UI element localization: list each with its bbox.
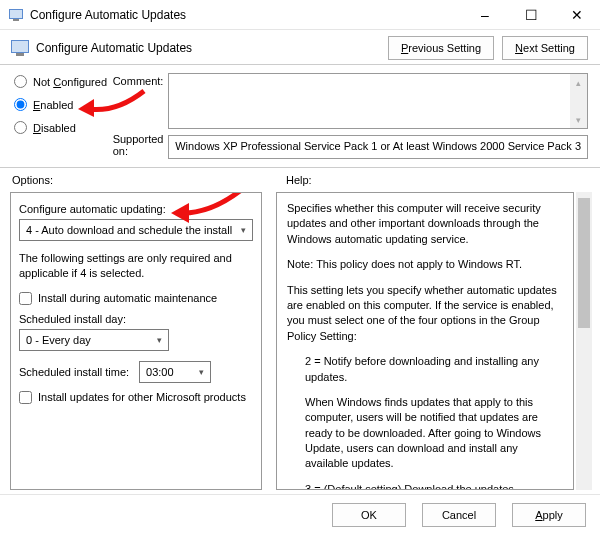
svg-rect-5 — [16, 53, 24, 56]
comment-label: Comment: — [113, 75, 169, 87]
install-day-label: Scheduled install day: — [19, 313, 253, 325]
titlebar: Configure Automatic Updates – ☐ ✕ — [0, 0, 600, 30]
radio-disabled[interactable]: Disabled — [14, 121, 113, 134]
scrollbar[interactable] — [576, 192, 592, 490]
help-text: 3 = (Default setting) Download the updat… — [287, 482, 563, 490]
state-radio-group: Not Configured Enabled Disabled — [14, 73, 113, 159]
install-time-value: 03:00 — [146, 366, 174, 378]
chk-other-ms-products[interactable]: Install updates for other Microsoft prod… — [19, 391, 253, 404]
chk-install-maintenance[interactable]: Install during automatic maintenance — [19, 292, 253, 305]
config-update-label: Configure automatic updating: — [19, 203, 253, 215]
chevron-down-icon: ▾ — [157, 335, 162, 345]
scrollbar[interactable]: ▴ ▾ — [570, 74, 587, 128]
help-text: When Windows finds updates that apply to… — [287, 395, 563, 472]
svg-rect-4 — [12, 41, 28, 52]
policy-icon — [10, 38, 30, 58]
config-update-value: 4 - Auto download and schedule the insta… — [26, 224, 232, 236]
config-area: Not Configured Enabled Disabled Comment:… — [0, 65, 600, 168]
scroll-down-icon[interactable]: ▾ — [570, 111, 587, 128]
chevron-down-icon: ▾ — [241, 225, 246, 235]
chevron-down-icon: ▾ — [199, 367, 204, 377]
cancel-button[interactable]: Cancel — [422, 503, 496, 527]
supported-on-field: Windows XP Professional Service Pack 1 o… — [168, 135, 588, 159]
close-button[interactable]: ✕ — [554, 0, 600, 30]
help-text: This setting lets you specify whether au… — [287, 283, 563, 345]
policy-title: Configure Automatic Updates — [36, 41, 380, 55]
install-time-label: Scheduled install time: — [19, 366, 129, 378]
svg-rect-2 — [13, 19, 19, 21]
supported-on-text: Windows XP Professional Service Pack 1 o… — [175, 140, 581, 152]
scroll-up-icon[interactable]: ▴ — [570, 74, 587, 91]
help-text: Note: This policy does not apply to Wind… — [287, 257, 563, 272]
policy-icon — [8, 7, 24, 23]
scrollbar-thumb[interactable] — [578, 198, 590, 328]
install-day-select[interactable]: 0 - Every day ▾ — [19, 329, 169, 351]
config-update-select[interactable]: 4 - Auto download and schedule the insta… — [19, 219, 253, 241]
options-pane: Configure automatic updating: 4 - Auto d… — [10, 192, 262, 490]
options-label: Options: — [12, 174, 258, 186]
radio-not-configured[interactable]: Not Configured — [14, 75, 113, 88]
install-time-select[interactable]: 03:00 ▾ — [139, 361, 211, 383]
panes: Configure automatic updating: 4 - Auto d… — [0, 188, 600, 494]
comment-textarea[interactable]: ▴ ▾ — [168, 73, 588, 129]
help-pane: Specifies whether this computer will rec… — [276, 192, 574, 490]
install-day-value: 0 - Every day — [26, 334, 91, 346]
footer: OK Cancel Apply — [0, 494, 600, 535]
window-title: Configure Automatic Updates — [30, 8, 462, 22]
header-row: Configure Automatic Updates Previous Set… — [0, 30, 600, 65]
help-text: Specifies whether this computer will rec… — [287, 201, 563, 247]
radio-enabled[interactable]: Enabled — [14, 98, 113, 111]
help-text: 2 = Notify before downloading and instal… — [287, 354, 563, 385]
supported-label: Supported on: — [113, 133, 169, 157]
help-label: Help: — [286, 174, 312, 186]
minimize-button[interactable]: – — [462, 0, 508, 30]
ok-button[interactable]: OK — [332, 503, 406, 527]
previous-setting-button[interactable]: Previous Setting — [388, 36, 494, 60]
svg-rect-1 — [10, 10, 22, 18]
options-note: The following settings are only required… — [19, 251, 253, 282]
maximize-button[interactable]: ☐ — [508, 0, 554, 30]
apply-button[interactable]: Apply — [512, 503, 586, 527]
next-setting-button[interactable]: Next Setting — [502, 36, 588, 60]
